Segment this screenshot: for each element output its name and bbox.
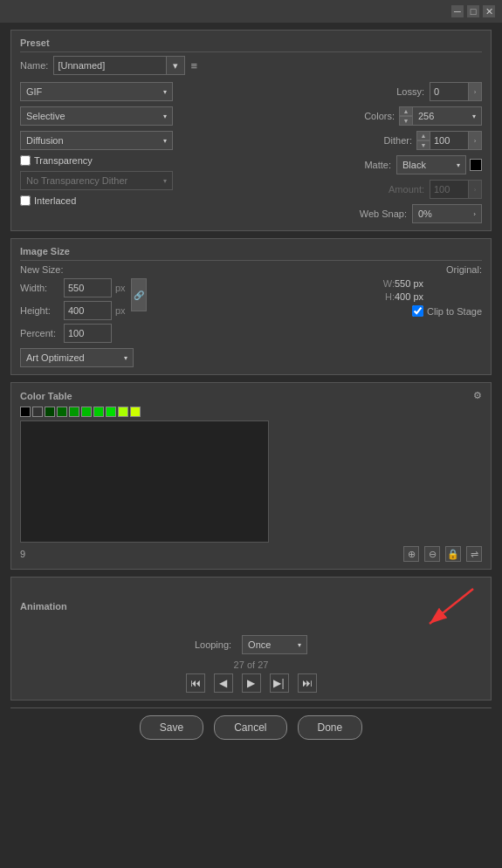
swatch-3[interactable] [57,407,67,417]
animation-section: Animation Looping: Once ▾ 27 of 27 ⏮ [10,577,492,701]
dither-up[interactable]: ▲ [416,131,430,140]
matte-select[interactable]: Black ▾ [396,155,466,174]
main-container: Preset Name: ▾ ≡ GIF ▾ Selective [0,23,502,754]
minimize-button[interactable]: ─ [451,5,464,17]
palette-arrow: ▾ [163,113,167,120]
name-input-container: ▾ [53,56,185,75]
looping-select[interactable]: Once ▾ [242,635,307,654]
dither-pct-row: Dither: ▲ ▼ › [189,131,482,150]
palette-select[interactable]: Selective ▾ [20,106,173,126]
clip-row: Clip to Stage [377,305,482,317]
websnap-label: Web Snap: [360,208,407,219]
percent-input[interactable] [64,324,112,343]
dither-value: Diffusion [26,135,64,146]
colors-select[interactable]: 256 ▾ [412,106,482,126]
matte-label: Matte: [364,160,391,170]
swatch-2[interactable] [45,407,55,417]
swatch-1[interactable] [32,407,43,417]
height-label: Height: [20,305,64,316]
width-input[interactable] [64,278,112,297]
format-value: GIF [26,86,42,97]
save-button[interactable]: Save [140,715,203,740]
colors-row: Colors: ▲ ▼ 256 ▾ [189,106,482,126]
format-select[interactable]: GIF ▾ [20,82,173,101]
websnap-value: 0% [418,208,432,219]
play-prev-btn[interactable]: ◀ [214,673,233,693]
preset-menu-icon[interactable]: ≡ [190,59,197,72]
dither-pct-arrow[interactable]: › [468,131,482,150]
done-button[interactable]: Done [298,715,363,740]
cancel-button[interactable]: Cancel [214,715,286,740]
lossy-arrow[interactable]: › [468,82,482,101]
amount-arrow: › [468,180,482,199]
animation-label: Animation [20,601,67,612]
amount-row: Amount: › [189,180,482,199]
color-add-btn[interactable]: ⊕ [403,546,419,562]
play-last-btn[interactable]: ⏭ [298,673,317,693]
clip-checkbox[interactable] [412,305,423,317]
colors-down[interactable]: ▼ [399,116,413,126]
name-dropdown-arrow[interactable]: ▾ [166,56,185,75]
lossy-input[interactable] [430,82,469,101]
swatch-4[interactable] [69,407,79,417]
color-count: 9 [20,549,25,559]
amount-input [430,180,469,199]
interlaced-row: Interlaced [20,195,173,206]
quality-select[interactable]: Art Optimized ▾ [20,348,134,367]
swatch-7[interactable] [106,407,116,417]
transparency-checkbox[interactable] [20,155,31,166]
swatch-6[interactable] [93,407,104,417]
color-grid [20,420,269,543]
swatch-5[interactable] [81,407,92,417]
play-play-btn[interactable]: ▶ [242,673,261,693]
no-trans-dither-select: No Transparency Dither ▾ [20,171,173,190]
image-size-label: Image Size [20,246,482,256]
palette-value: Selective [26,111,65,121]
dither-select[interactable]: Diffusion ▾ [20,131,173,150]
matte-value: Black [402,160,426,170]
orig-h-key: H: [377,291,395,302]
img-size-left: New Size: Width: px Height: px [20,264,368,367]
dither-arrow: ▾ [163,137,167,145]
color-shift-btn[interactable]: ⇌ [466,546,482,562]
quality-row: Art Optimized ▾ [20,348,368,367]
new-size-label: New Size: [20,264,368,275]
image-size-section: Image Size New Size: Width: px Height: [10,238,492,375]
swatch-0[interactable] [20,407,31,417]
percent-label: Percent: [20,328,64,338]
swatch-8[interactable] [118,407,128,417]
matte-swatch[interactable] [470,159,482,171]
dither-down[interactable]: ▼ [416,140,430,150]
looping-value: Once [248,639,271,650]
restore-button[interactable]: □ [467,5,479,17]
play-first-btn[interactable]: ⏮ [186,673,205,693]
arrow-annotation [403,584,482,628]
height-input[interactable] [64,301,112,320]
color-table-menu-icon[interactable]: ⚙ [473,390,482,401]
link-icon[interactable]: 🔗 [131,278,147,311]
amount-label: Amount: [389,184,424,195]
original-label: Original: [377,264,482,275]
width-row: Width: px [20,278,126,297]
height-unit: px [115,305,126,316]
looping-label: Looping: [195,639,231,650]
swatch-9[interactable] [130,407,141,417]
quality-value: Art Optimized [26,352,85,363]
clip-label: Clip to Stage [427,306,482,317]
interlaced-checkbox[interactable] [20,195,31,206]
websnap-select[interactable]: 0% › [412,204,482,223]
colors-value: 256 [418,111,434,121]
color-delete-btn[interactable]: ⊖ [424,546,440,562]
looping-row: Looping: Once ▾ [20,635,482,654]
dither-pct-input[interactable] [430,131,469,150]
color-lock-btn[interactable]: 🔒 [445,546,461,562]
orig-h-row: H: 400 px [377,291,482,302]
orig-h-val: 400 px [395,291,423,302]
close-button[interactable]: ✕ [483,5,495,17]
name-input[interactable] [53,56,167,75]
color-table-icons: ⊕ ⊖ 🔒 ⇌ [403,546,482,562]
play-next-btn[interactable]: ▶| [270,673,289,693]
color-table-footer: 9 ⊕ ⊖ 🔒 ⇌ [20,546,482,562]
img-size-inner: New Size: Width: px Height: px [20,264,482,367]
colors-up[interactable]: ▲ [399,106,413,116]
